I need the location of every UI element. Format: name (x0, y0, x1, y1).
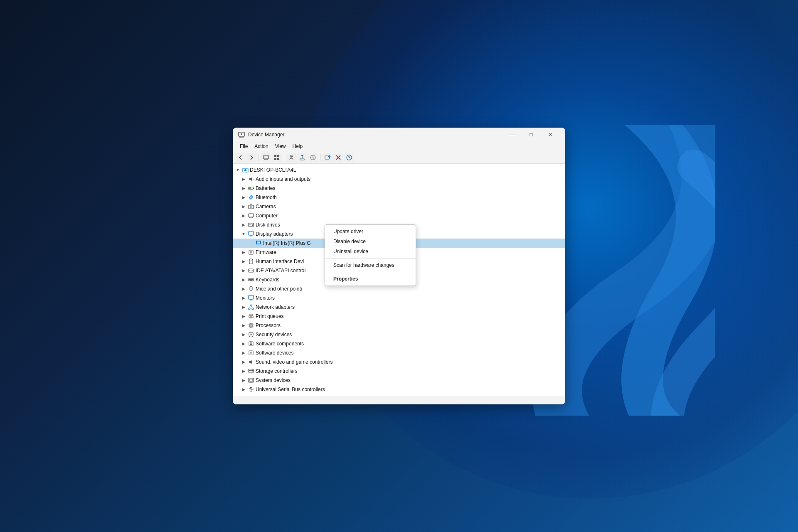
ctx-update-driver[interactable]: Update driver (325, 227, 416, 236)
show-all-button[interactable] (272, 153, 282, 162)
audio-label: Audio inputs and outputs (256, 176, 310, 182)
tree-print[interactable]: ▶ Print queues (233, 312, 565, 321)
status-bar (233, 396, 565, 404)
tree-processors[interactable]: ▶ Processors (233, 321, 565, 330)
svg-point-29 (250, 206, 252, 208)
usb-icon (248, 386, 254, 393)
forward-button[interactable] (246, 153, 256, 162)
toolbar-separator-2 (284, 154, 284, 161)
display-expand: ▼ (241, 231, 246, 237)
bluetooth-label: Bluetooth (256, 195, 277, 200)
security-expand: ▶ (241, 332, 246, 337)
keyboards-label: Keyboards (256, 277, 279, 283)
svg-rect-56 (251, 279, 252, 280)
ctx-scan-hardware[interactable]: Scan for hardware changes (325, 260, 416, 270)
scan-hardware-toolbar-button[interactable] (308, 153, 318, 162)
help-button[interactable] (344, 153, 354, 162)
processors-icon (248, 322, 254, 329)
svg-rect-83 (250, 342, 251, 344)
menu-view[interactable]: View (272, 143, 289, 150)
toolbar-separator-3 (320, 154, 320, 161)
bluetooth-expand: ▶ (241, 195, 246, 200)
window-title: Device Manager (248, 132, 502, 138)
svg-rect-2 (239, 137, 244, 138)
svg-rect-37 (249, 232, 254, 235)
tree-computer[interactable]: ▶ Computer (233, 211, 565, 220)
audio-icon (248, 176, 254, 182)
svg-rect-85 (250, 344, 251, 345)
svg-point-48 (251, 260, 251, 261)
svg-rect-82 (249, 342, 253, 346)
menu-help[interactable]: Help (289, 143, 306, 150)
svg-rect-1 (240, 136, 243, 137)
tree-audio[interactable]: ▶ Audio inputs and outputs (233, 175, 565, 184)
title-controls: — □ ✕ (502, 128, 560, 141)
mice-expand: ▶ (241, 286, 246, 292)
tree-monitors[interactable]: ▶ Monitors (233, 293, 565, 303)
tree-cameras[interactable]: ▶ Cameras (233, 202, 565, 211)
svg-point-66 (249, 308, 250, 310)
tree-security[interactable]: ▶ Security devices (233, 330, 565, 339)
menu-action[interactable]: Action (251, 143, 271, 150)
security-icon (248, 331, 254, 338)
tree-sw-devices[interactable]: ▶ Software devices (233, 348, 565, 357)
ctx-disable-device[interactable]: Disable device (325, 236, 416, 246)
display-label: Display adapters (256, 231, 293, 237)
tree-storage[interactable]: ▶ Storage controllers (233, 367, 565, 376)
tree-usb[interactable]: ▶ Universal Serial Bus controllers (233, 385, 565, 394)
root-label: DESKTOP-BCLTA4L (250, 167, 296, 173)
sound-label: Sound, video and game controllers (256, 359, 332, 365)
tree-sound[interactable]: ▶ Sound, video and game controllers (233, 357, 565, 367)
tree-network[interactable]: ▶ Network adapters (233, 303, 565, 312)
sound-icon (248, 359, 254, 365)
ctx-uninstall-device[interactable]: Uninstall device (325, 246, 416, 256)
batteries-icon (248, 185, 254, 192)
svg-rect-11 (277, 158, 279, 160)
print-label: Print queues (256, 313, 283, 319)
bluetooth-icon (248, 194, 254, 201)
toolbar-separator-1 (259, 154, 259, 161)
minimize-button[interactable]: — (502, 128, 522, 141)
firmware-expand: ▶ (241, 249, 246, 255)
hid-label: Human Interface Devi (256, 259, 304, 264)
disk-icon (248, 222, 254, 228)
ide-expand: ▶ (241, 268, 246, 273)
intel-icon (255, 240, 262, 246)
show-desktop-button[interactable] (261, 153, 271, 162)
tree-system[interactable]: ▶ System devices (233, 376, 565, 385)
svg-rect-26 (253, 188, 254, 189)
system-label: System devices (256, 377, 291, 383)
svg-line-68 (249, 306, 251, 308)
svg-rect-58 (250, 280, 253, 281)
keyboards-expand: ▶ (241, 277, 246, 283)
close-button[interactable]: ✕ (541, 128, 560, 141)
title-bar: Device Manager — □ ✕ (233, 128, 565, 141)
svg-rect-53 (249, 278, 254, 281)
computer-icon (248, 212, 254, 219)
svg-rect-8 (274, 155, 276, 157)
svg-rect-61 (249, 296, 254, 299)
svg-rect-72 (249, 324, 253, 327)
menu-file[interactable]: File (236, 143, 251, 150)
back-button[interactable] (236, 153, 246, 162)
maximize-button[interactable]: □ (522, 128, 541, 141)
storage-icon (248, 368, 254, 374)
add-hardware-button[interactable] (323, 153, 332, 162)
properties-button[interactable] (286, 153, 296, 162)
menu-bar: File Action View Help (233, 141, 565, 151)
tree-root[interactable]: ▼ DESKTOP-BCLTA4L (233, 165, 565, 175)
svg-rect-27 (249, 187, 251, 189)
mice-icon (248, 286, 254, 292)
svg-rect-30 (249, 214, 254, 217)
remove-device-button[interactable] (333, 153, 343, 162)
tree-sw-components[interactable]: ▶ Software components (233, 339, 565, 348)
system-expand: ▶ (241, 377, 246, 383)
tree-batteries[interactable]: ▶ Batteries (233, 184, 565, 193)
ctx-properties[interactable]: Properties (325, 274, 416, 284)
tree-bluetooth[interactable]: ▶ Bluetooth (233, 193, 565, 202)
svg-point-67 (252, 308, 254, 310)
svg-rect-86 (251, 344, 253, 345)
network-icon (248, 304, 254, 310)
svg-line-69 (251, 306, 253, 308)
update-driver-button[interactable] (297, 153, 307, 162)
